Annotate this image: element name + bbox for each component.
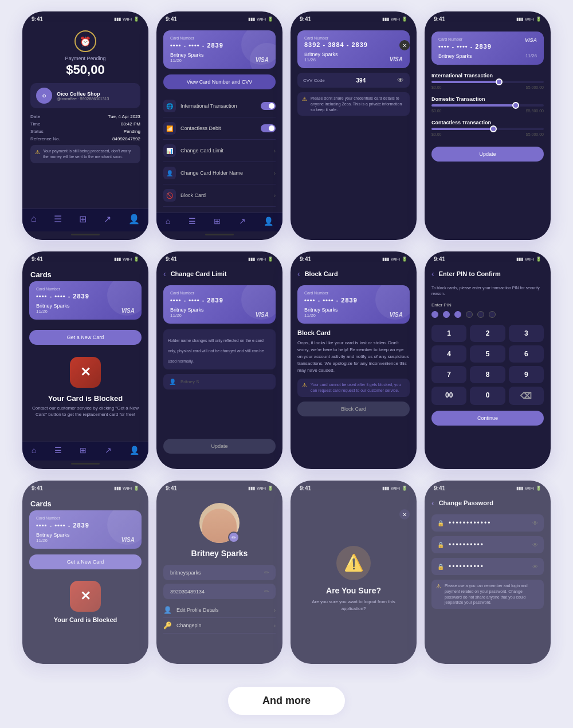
contactless-slider-track[interactable] xyxy=(431,128,544,130)
back-button-12[interactable]: ‹ xyxy=(431,498,434,507)
domestic-slider-track[interactable] xyxy=(431,104,544,107)
key-00[interactable]: 00 xyxy=(431,387,466,405)
tab-card[interactable]: ⊞ xyxy=(214,217,221,226)
toggle-switch-1[interactable] xyxy=(261,102,276,110)
card-nav-5[interactable]: ⊞ xyxy=(80,446,87,455)
status-icons-2: ▮▮▮ WiFi 🔋 xyxy=(248,17,273,22)
toggle-switch-2[interactable] xyxy=(261,124,276,132)
send-nav-5[interactable]: ↗ xyxy=(105,446,112,455)
cardholder-4: Britney Sparks xyxy=(438,53,472,59)
eye-icon-3[interactable]: 👁 xyxy=(397,76,404,84)
ref-value: 84992847592 xyxy=(112,136,140,141)
get-new-card-btn-5[interactable]: Get a New Card xyxy=(29,330,142,345)
name-input-field-6[interactable]: 👤 Britney S xyxy=(163,374,276,389)
eye-icon-pw2[interactable]: 👁 xyxy=(532,542,538,548)
close-button-3[interactable]: ✕ xyxy=(399,40,410,50)
status-bar-5: 9:41 ▮▮▮ WiFi 🔋 xyxy=(22,251,148,265)
key-1[interactable]: 1 xyxy=(431,325,466,342)
send-nav-icon[interactable]: ↗ xyxy=(104,214,111,225)
profile-nav-icon[interactable]: 👤 xyxy=(128,214,140,225)
toggle-text-1: International Transaction xyxy=(180,103,237,109)
edit-profile-item[interactable]: 👤 Edit Profile Details › xyxy=(163,603,276,618)
home-nav-5[interactable]: ⌂ xyxy=(32,446,36,455)
time-8: 9:41 xyxy=(434,256,445,262)
contactless-slider-thumb[interactable] xyxy=(490,125,497,132)
and-more-button[interactable]: And more xyxy=(228,687,345,715)
eye-icon-pw1[interactable]: 👁 xyxy=(532,520,538,526)
domestic-slider-thumb[interactable] xyxy=(512,102,519,109)
block-card-row[interactable]: 🚫 Block Card › xyxy=(163,184,276,207)
card-widget-7: Card Number •••• - •••• - 2839 Britney S… xyxy=(297,285,410,324)
tab-history[interactable]: ☰ xyxy=(189,217,196,226)
key-4[interactable]: 4 xyxy=(431,345,466,363)
time-5: 9:41 xyxy=(32,256,43,262)
key-7[interactable]: 7 xyxy=(431,366,466,383)
close-button-11[interactable]: ✕ xyxy=(399,509,410,520)
key-backspace[interactable]: ⌫ xyxy=(509,387,544,405)
card-widget-9: Card Number •••• - •••• - 2839 Britney S… xyxy=(29,510,142,549)
eye-icon-pw3[interactable]: 👁 xyxy=(532,564,538,570)
contactless-min: $0.00 xyxy=(431,132,442,136)
changepin-item[interactable]: 🔑 Changepin › xyxy=(163,618,276,633)
update-button-6[interactable]: Update xyxy=(163,439,276,454)
pw-field-2[interactable]: 🔒 •••••••••• 👁 xyxy=(431,536,544,553)
history-nav-5[interactable]: ☰ xyxy=(54,446,62,455)
intl-slider-track[interactable] xyxy=(431,81,544,83)
status-label: Status xyxy=(30,129,44,134)
change-holder-row[interactable]: 👤 Change Card Holder Name › xyxy=(163,162,276,184)
view-card-btn[interactable]: View Card Number and CVV xyxy=(163,74,276,89)
key-3[interactable]: 3 xyxy=(509,325,544,342)
key-9[interactable]: 9 xyxy=(509,366,544,383)
back-button-6[interactable]: ‹ xyxy=(163,269,166,278)
block-card-button[interactable]: Block Card xyxy=(297,402,410,416)
pw-field-1[interactable]: 🔒 •••••••••••• 👁 xyxy=(431,514,544,532)
signal-icon-4: ▮▮▮ xyxy=(516,17,523,22)
note-box-6: Holder name changes will only reflected … xyxy=(163,329,276,369)
warning-icon-3: ⚠ xyxy=(302,96,307,102)
key-6[interactable]: 6 xyxy=(509,345,544,363)
home-nav-icon[interactable]: ⌂ xyxy=(31,214,37,225)
profile-nav-5[interactable]: 👤 xyxy=(129,446,139,455)
tab-home[interactable]: ⌂ xyxy=(166,217,170,226)
tab-send[interactable]: ↗ xyxy=(239,217,246,226)
status-bar-8: 9:41 ▮▮▮ WiFi 🔋 xyxy=(425,251,551,265)
key-5[interactable]: 5 xyxy=(470,345,505,363)
time-label: Time xyxy=(30,121,40,127)
key-2[interactable]: 2 xyxy=(470,325,505,342)
get-new-card-btn-9[interactable]: Get a New Card xyxy=(29,554,142,569)
key-8[interactable]: 8 xyxy=(470,366,505,383)
pw-field-3[interactable]: 🔒 •••••••••• 👁 xyxy=(431,558,544,575)
contactless-slider-labels: $0.00 $5,000.00 xyxy=(431,132,544,136)
pin-dot-2 xyxy=(443,311,450,318)
lock-icon-3: 🔒 xyxy=(437,564,444,570)
tab-profile[interactable]: 👤 xyxy=(264,217,273,226)
history-nav-icon[interactable]: ☰ xyxy=(54,214,62,225)
battery-icon-10: 🔋 xyxy=(268,486,273,491)
status-bar-7: 9:41 ▮▮▮ WiFi 🔋 xyxy=(291,251,417,265)
back-button-7[interactable]: ‹ xyxy=(297,269,300,278)
battery-icon-2: 🔋 xyxy=(268,17,273,22)
status-icons-12: ▮▮▮ WiFi 🔋 xyxy=(516,486,541,491)
chevron-profile: › xyxy=(274,607,276,613)
status-bar-1: 9:41 ▮▮▮ WiFi 🔋 xyxy=(22,11,148,25)
change-limit-row[interactable]: 📊 Change Card Limit › xyxy=(163,140,276,162)
status-icons-8: ▮▮▮ WiFi 🔋 xyxy=(516,257,541,262)
intl-slider-thumb[interactable] xyxy=(496,78,503,85)
signal-icon-7: ▮▮▮ xyxy=(382,257,389,262)
pw-dots-3: •••••••••• xyxy=(449,562,528,570)
card-name-wrap-7: Britney Sparks 11/26 xyxy=(304,307,338,318)
edit-avatar-badge[interactable]: ✏ xyxy=(228,532,240,543)
visa-logo-4: VISA xyxy=(525,37,537,43)
battery-icon-5: 🔋 xyxy=(134,257,139,262)
key-0[interactable]: 0 xyxy=(470,387,505,405)
continue-button-8[interactable]: Continue xyxy=(431,411,544,426)
row-3: 9:41 ▮▮▮ WiFi 🔋 Cards Card Number •••• -… xyxy=(11,481,562,664)
domestic-slider-fill xyxy=(431,104,516,107)
back-button-8[interactable]: ‹ xyxy=(431,269,434,278)
amount: $50,00 xyxy=(30,62,140,77)
wifi-icon: WiFi xyxy=(123,17,132,22)
card-nav-icon[interactable]: ⊞ xyxy=(79,214,87,225)
menu-left-1: 📊 Change Card Limit xyxy=(163,144,223,157)
update-button-4[interactable]: Update xyxy=(431,147,544,162)
status-icons-11: ▮▮▮ WiFi 🔋 xyxy=(382,486,407,491)
